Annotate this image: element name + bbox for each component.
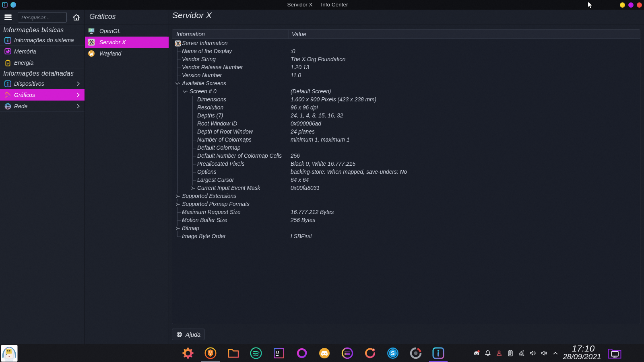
skype-icon[interactable]: S bbox=[386, 347, 399, 360]
column-header-divider[interactable] bbox=[289, 30, 289, 39]
clipboard-icon[interactable] bbox=[507, 350, 514, 357]
date[interactable]: 28/09/2021 bbox=[554, 353, 610, 360]
module-item-wayland[interactable]: Wayland bbox=[85, 48, 169, 59]
table-row-dimensions[interactable]: Dimensions1.600 x 900 Pixels (423 x 238 … bbox=[172, 96, 640, 104]
module-item-servidor-x[interactable]: Servidor X bbox=[85, 37, 169, 48]
window-titlebar[interactable]: Servidor X — Info Center bbox=[0, 0, 644, 10]
table-body: Server InformationName of the Display:0V… bbox=[172, 39, 640, 324]
row-label: Motion Buffer Size bbox=[182, 216, 227, 224]
settings-gear-icon[interactable] bbox=[182, 347, 194, 360]
row-label: Vendor String bbox=[182, 56, 216, 64]
minimize-button[interactable] bbox=[620, 2, 625, 8]
row-label: Root Window ID bbox=[197, 120, 237, 128]
system-info-icon bbox=[4, 37, 11, 44]
row-label: Server Information bbox=[182, 39, 228, 47]
table-row-default-number-of-colormap-cells[interactable]: Default Number of Colormap Cells256 bbox=[172, 152, 640, 160]
spotify-icon[interactable] bbox=[250, 347, 262, 360]
chevron-right-icon[interactable] bbox=[174, 226, 180, 231]
home-icon[interactable] bbox=[72, 14, 80, 21]
row-value: minimum 1, maximum 1 bbox=[291, 136, 349, 144]
komodo-icon[interactable] bbox=[363, 347, 376, 360]
bell-icon[interactable] bbox=[484, 350, 491, 357]
table-row-available-screens[interactable]: Available Screens bbox=[172, 80, 640, 88]
brave-icon[interactable] bbox=[204, 347, 217, 360]
sidebar-item-informa-es-do-sistema[interactable]: Informações do sistema bbox=[0, 35, 85, 46]
chevron-right-icon[interactable] bbox=[174, 202, 180, 207]
svg-text:S: S bbox=[391, 350, 394, 356]
chevron-down-icon[interactable] bbox=[182, 89, 188, 95]
module-list: OpenGLServidor XWayland bbox=[85, 25, 169, 59]
discord-tray-icon[interactable] bbox=[473, 350, 480, 357]
column-header-value[interactable]: Value bbox=[292, 30, 306, 39]
volume2-icon[interactable] bbox=[541, 350, 548, 357]
chevron-right-icon[interactable] bbox=[190, 185, 195, 191]
table-row-options[interactable]: Optionsbacking-store: When mapped, save-… bbox=[172, 168, 640, 176]
clock[interactable]: 17:10 bbox=[561, 345, 605, 352]
shutter-icon[interactable] bbox=[409, 347, 422, 360]
chevron-down-icon[interactable] bbox=[174, 81, 180, 86]
memory-icon bbox=[4, 48, 11, 55]
row-label: Image Byte Order bbox=[182, 232, 226, 241]
sidebar-item-energia[interactable]: Energia bbox=[0, 57, 85, 68]
chevron-right-icon[interactable] bbox=[174, 193, 180, 199]
table-row-maximum-request-size[interactable]: Maximum Request Size16.777.212 Bytes bbox=[172, 208, 640, 216]
row-label: Version Number bbox=[182, 72, 222, 80]
column-header-information[interactable]: Information bbox=[176, 30, 205, 39]
sidebar-item-dispositivos[interactable]: Dispositivos bbox=[0, 78, 85, 89]
xorg-icon bbox=[88, 39, 95, 46]
sidebar-item-rede[interactable]: Rede bbox=[0, 101, 85, 112]
table-row-preallocated-pixels[interactable]: Preallocated PixelsBlack 0, White 16.777… bbox=[172, 160, 640, 168]
user-icon[interactable] bbox=[495, 350, 503, 357]
table-row-supported-extensions[interactable]: Supported Extensions bbox=[172, 192, 640, 200]
intellij-icon[interactable]: IJ bbox=[272, 347, 285, 360]
help-icon bbox=[176, 331, 182, 337]
table-row-vendor-release-number[interactable]: Vendor Release Number1.20.13 bbox=[172, 64, 640, 72]
mouse-cursor bbox=[587, 1, 594, 9]
network-icon bbox=[4, 103, 11, 110]
row-value: 0x00fa8031 bbox=[291, 184, 320, 192]
table-row-number-of-colormaps[interactable]: Number of Colormapsminimum 1, maximum 1 bbox=[172, 136, 640, 144]
table-row-vendor-string[interactable]: Vendor StringThe X.Org Foundation bbox=[172, 56, 640, 64]
row-value: :0 bbox=[291, 47, 295, 56]
module-item-opengl[interactable]: OpenGL bbox=[85, 25, 169, 37]
show-desktop-icon[interactable] bbox=[608, 348, 621, 359]
table-row-resolution[interactable]: Resolution96 x 96 dpi bbox=[172, 104, 640, 112]
discord-icon[interactable] bbox=[318, 347, 331, 360]
row-label: Available Screens bbox=[182, 80, 226, 88]
row-label: Default Colormap bbox=[197, 144, 240, 152]
volume-icon[interactable] bbox=[529, 350, 537, 357]
loop-ring-icon[interactable] bbox=[295, 347, 308, 360]
deezer-icon[interactable] bbox=[341, 347, 354, 360]
chevron-right-icon bbox=[75, 103, 81, 109]
sidebar-section-header: Informações detalhadas bbox=[0, 68, 85, 78]
table-row-largest-cursor[interactable]: Largest Cursor64 x 64 bbox=[172, 176, 640, 184]
info-center-icon[interactable] bbox=[432, 347, 445, 360]
row-value: 1.20.13 bbox=[291, 64, 309, 72]
xorg-icon bbox=[175, 40, 181, 47]
app-launcher-avatar[interactable] bbox=[0, 345, 18, 362]
hamburger-menu-icon[interactable] bbox=[4, 14, 12, 20]
table-row-supported-pixmap-formats[interactable]: Supported Pixmap Formats bbox=[172, 200, 640, 208]
table-row-current-input-event-mask[interactable]: Current Input Event Mask0x00fa8031 bbox=[172, 184, 640, 192]
sidebar-item-gr-ficos[interactable]: Gráficos bbox=[0, 89, 85, 101]
table-row-depths-7-[interactable]: Depths (7)24, 1, 4, 8, 15, 16, 32 bbox=[172, 112, 640, 120]
table-row-image-byte-order[interactable]: Image Byte OrderLSBFirst bbox=[172, 232, 640, 241]
taskbar: IJS 17:10 28/09/2021 bbox=[0, 344, 644, 362]
maximize-button[interactable] bbox=[628, 2, 634, 8]
table-row-bitmap[interactable]: Bitmap bbox=[172, 224, 640, 232]
sidebar-item-mem-ria[interactable]: Memória bbox=[0, 46, 85, 57]
wifi-icon[interactable] bbox=[518, 350, 525, 357]
table-row-root-window-id[interactable]: Root Window ID0x000006ad bbox=[172, 120, 640, 128]
help-button[interactable]: Ajuda bbox=[172, 329, 204, 340]
table-row-default-colormap[interactable]: Default Colormap bbox=[172, 144, 640, 152]
table-row-name-of-the-display[interactable]: Name of the Display:0 bbox=[172, 47, 640, 56]
close-button[interactable] bbox=[637, 2, 642, 8]
search-input[interactable] bbox=[18, 12, 67, 23]
table-row-version-number[interactable]: Version Number11.0 bbox=[172, 72, 640, 80]
table-row-screen-0[interactable]: Screen # 0(Default Screen) bbox=[172, 88, 640, 96]
table-row-server-information[interactable]: Server Information bbox=[172, 39, 640, 47]
table-row-motion-buffer-size[interactable]: Motion Buffer Size256 Bytes bbox=[172, 216, 640, 224]
folder-icon[interactable] bbox=[227, 347, 240, 360]
table-row-depth-of-root-window[interactable]: Depth of Root Window24 planes bbox=[172, 128, 640, 136]
row-value: 24, 1, 4, 8, 15, 16, 32 bbox=[291, 112, 343, 120]
